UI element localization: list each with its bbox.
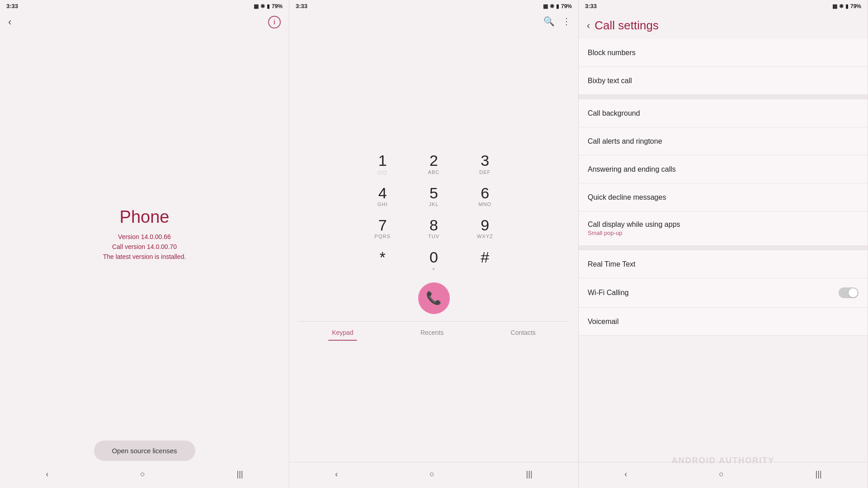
section-divider-2 xyxy=(579,95,868,99)
nav-back-1[interactable]: ‹ xyxy=(38,467,56,482)
settings-item-voicemail[interactable]: Voicemail xyxy=(579,308,868,336)
settings-item-call-background[interactable]: Call background xyxy=(579,99,868,127)
call-version-text: Call version 14.0.00.70 xyxy=(112,243,177,250)
key-1[interactable]: 1 ◌◌ xyxy=(357,148,408,180)
dialer-tabs: Keypad Recents Contacts xyxy=(298,321,569,340)
key-letters-8: TUV xyxy=(428,234,439,240)
nav-bar-2: ‹ ○ ||| xyxy=(289,462,578,488)
nav-back-2[interactable]: ‹ xyxy=(328,467,345,482)
settings-label-9: Voicemail xyxy=(588,318,859,326)
key-letters-1: ◌◌ xyxy=(377,169,387,176)
tab-keypad[interactable]: Keypad xyxy=(325,325,360,340)
settings-item-wi-fi-calling[interactable]: Wi-Fi Calling xyxy=(579,278,868,308)
key-4[interactable]: 4 GHI xyxy=(357,180,408,212)
settings-label-3: Call alerts and ringtone xyxy=(588,137,859,145)
keypad-grid: 1 ◌◌ 2 ABC 3 DEF 4 GHI 5 JKL 6 MNO 7 PQR… xyxy=(357,148,511,277)
nav-home-1[interactable]: ○ xyxy=(133,467,152,482)
app-name: Phone xyxy=(120,207,170,227)
signal-icon-1: ▩ xyxy=(254,3,259,9)
signal-icon-3: ▩ xyxy=(832,3,837,9)
status-icons-3: ▩ ❋ ▮ 79% xyxy=(832,3,861,9)
key-num-5: 5 xyxy=(429,185,438,202)
status-bar-2: 3:33 ▩ ❋ ▮ 79% xyxy=(289,0,578,12)
info-button-1[interactable]: i xyxy=(268,16,281,28)
key-*[interactable]: * xyxy=(357,244,408,277)
phone-info-content: Phone Version 14.0.00.66 Call version 14… xyxy=(0,32,289,462)
settings-item-call-display-while-using-apps[interactable]: Call display while using apps Small pop-… xyxy=(579,211,868,246)
key-9[interactable]: 9 WXYZ xyxy=(459,212,510,244)
wifi-icon-2: ❋ xyxy=(550,3,554,9)
settings-item-real-time-text[interactable]: Real Time Text xyxy=(579,250,868,278)
nav-bar-1: ‹ ○ ||| xyxy=(0,462,289,488)
nav-recent-2[interactable]: ||| xyxy=(519,467,540,482)
wifi-icon-1: ❋ xyxy=(260,3,265,9)
key-num-8: 8 xyxy=(429,217,438,234)
panel-call-settings: 3:33 ▩ ❋ ▮ 79% ‹ Call settings Block num… xyxy=(579,0,868,488)
key-letters-7: PQRS xyxy=(375,234,391,240)
key-0[interactable]: 0 + xyxy=(408,244,459,277)
settings-label-0: Block numbers xyxy=(588,49,859,57)
key-3[interactable]: 3 DEF xyxy=(459,148,510,180)
nav-bar-3: ‹ ○ ||| xyxy=(579,462,868,488)
tab-recents[interactable]: Recents xyxy=(413,325,451,340)
settings-item-quick-decline-messages[interactable]: Quick decline messages xyxy=(579,183,868,211)
status-icons-1: ▩ ❋ ▮ 79% xyxy=(254,3,283,9)
settings-item-call-alerts-and-ringtone[interactable]: Call alerts and ringtone xyxy=(579,127,868,155)
key-#[interactable]: # xyxy=(459,244,510,277)
key-num-7: 7 xyxy=(378,217,387,234)
battery-icon-3: ▮ xyxy=(845,3,849,9)
settings-label-2: Call background xyxy=(588,109,859,117)
settings-item-block-numbers[interactable]: Block numbers xyxy=(579,39,868,67)
settings-title: Call settings xyxy=(594,19,659,33)
settings-item-answering-and-ending-calls[interactable]: Answering and ending calls xyxy=(579,155,868,183)
key-7[interactable]: 7 PQRS xyxy=(357,212,408,244)
key-num-9: 9 xyxy=(481,217,489,234)
key-8[interactable]: 8 TUV xyxy=(408,212,459,244)
key-letters-6: MNO xyxy=(478,202,491,208)
wifi-icon-3: ❋ xyxy=(839,3,844,9)
signal-icon-2: ▩ xyxy=(543,3,548,9)
status-bar-3: 3:33 ▩ ❋ ▮ 79% xyxy=(579,0,868,12)
settings-label-6: Call display while using apps xyxy=(588,221,859,229)
settings-item-bixby-text-call[interactable]: Bixby text call xyxy=(579,67,868,95)
back-button-1[interactable]: ‹ xyxy=(8,16,11,28)
key-num-*: * xyxy=(380,249,386,266)
status-bar-1: 3:33 ▩ ❋ ▮ 79% xyxy=(0,0,289,12)
status-icons-2: ▩ ❋ ▮ 79% xyxy=(543,3,572,9)
dialer-area: 1 ◌◌ 2 ABC 3 DEF 4 GHI 5 JKL 6 MNO 7 PQR… xyxy=(289,30,578,462)
settings-label-1: Bixby text call xyxy=(588,77,859,85)
tab-contacts[interactable]: Contacts xyxy=(504,325,543,340)
settings-back-button[interactable]: ‹ xyxy=(587,20,590,32)
nav-recent-3[interactable]: ||| xyxy=(808,467,829,482)
search-icon[interactable]: 🔍 xyxy=(543,16,555,27)
key-num-#: # xyxy=(481,249,489,266)
battery-icon-1: ▮ xyxy=(267,3,270,9)
more-menu-icon[interactable]: ⋮ xyxy=(562,16,571,27)
battery-pct-1: 79% xyxy=(272,3,283,9)
latest-version-text: The latest version is installed. xyxy=(103,253,186,260)
key-letters-0: + xyxy=(432,266,435,272)
nav-home-2[interactable]: ○ xyxy=(422,467,442,482)
open-source-button[interactable]: Open source licenses xyxy=(94,441,195,461)
key-6[interactable]: 6 MNO xyxy=(459,180,510,212)
nav-recent-1[interactable]: ||| xyxy=(230,467,250,482)
key-5[interactable]: 5 JKL xyxy=(408,180,459,212)
nav-home-3[interactable]: ○ xyxy=(712,467,731,482)
nav-back-3[interactable]: ‹ xyxy=(617,467,634,482)
settings-label-4: Answering and ending calls xyxy=(588,165,859,174)
call-button[interactable]: 📞 xyxy=(418,282,450,314)
key-letters-3: DEF xyxy=(479,169,491,176)
battery-pct-3: 79% xyxy=(850,3,861,9)
settings-label-5: Quick decline messages xyxy=(588,193,859,202)
top-bar-panel1: ‹ i xyxy=(0,12,289,32)
call-button-wrapper: 📞 xyxy=(418,282,450,314)
wifi-toggle[interactable] xyxy=(839,287,859,298)
section-divider-7 xyxy=(579,246,868,250)
time-2: 3:33 xyxy=(296,3,307,9)
key-num-1: 1 xyxy=(378,152,387,169)
dialer-topbar: 🔍 ⋮ xyxy=(289,12,578,30)
key-letters-2: ABC xyxy=(428,169,440,176)
settings-label-8: Wi-Fi Calling xyxy=(588,289,629,297)
key-2[interactable]: 2 ABC xyxy=(408,148,459,180)
battery-icon-2: ▮ xyxy=(556,3,559,9)
